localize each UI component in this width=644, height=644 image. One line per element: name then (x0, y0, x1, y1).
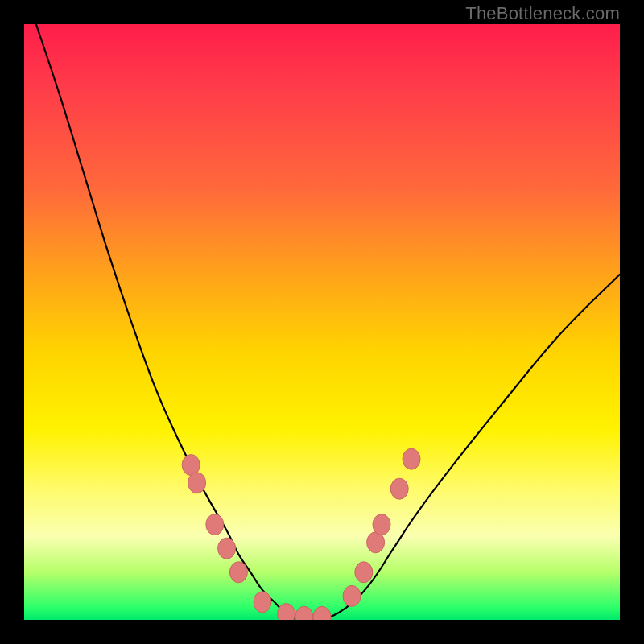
bottleneck-curve (36, 24, 620, 620)
curve-marker (402, 448, 420, 469)
curve-marker (218, 538, 236, 559)
curve-marker (278, 604, 295, 620)
curve-marker (343, 585, 361, 606)
curve-marker (390, 478, 408, 499)
curve-marker (355, 562, 373, 583)
watermark-text: TheBottleneck.com (465, 3, 620, 24)
curve-marker (313, 606, 331, 620)
curve-marker (373, 514, 390, 535)
chart-svg (24, 24, 620, 620)
curve-markers (182, 448, 420, 620)
plot-area (24, 24, 620, 620)
curve-marker (206, 514, 224, 535)
curve-marker (295, 606, 313, 620)
chart-frame: TheBottleneck.com (0, 0, 644, 644)
curve-marker (188, 473, 206, 493)
curve-marker (229, 562, 247, 583)
curve-marker (254, 592, 271, 613)
